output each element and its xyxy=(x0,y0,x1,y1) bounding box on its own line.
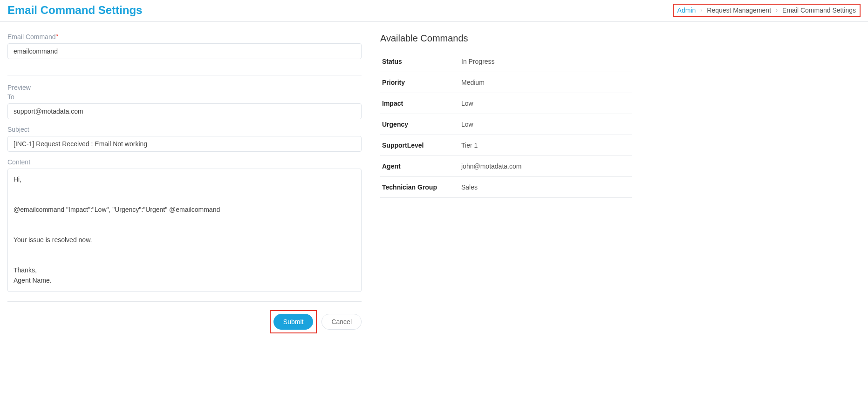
command-key: SupportLevel xyxy=(380,135,459,156)
form-column: Email Command* Preview To support@motada… xyxy=(7,33,362,333)
subject-label: Subject xyxy=(7,126,362,133)
command-row: PriorityMedium xyxy=(380,72,632,93)
available-commands-title: Available Commands xyxy=(380,33,632,44)
submit-highlight-box: Submit xyxy=(270,310,317,333)
to-value: support@motadata.com xyxy=(7,103,362,119)
divider xyxy=(7,75,362,75)
submit-button[interactable]: Submit xyxy=(273,314,314,330)
preview-label: Preview xyxy=(7,84,362,91)
command-value: Medium xyxy=(459,72,632,93)
command-value: john@motadata.com xyxy=(459,156,632,177)
content-value: Hi, @emailcommand "Impact":"Low", "Urgen… xyxy=(7,169,362,292)
command-key: Priority xyxy=(380,72,459,93)
command-value: Low xyxy=(459,93,632,114)
to-label: To xyxy=(7,93,362,101)
breadcrumb-request-management: Request Management xyxy=(707,7,771,14)
command-row: SupportLevelTier 1 xyxy=(380,135,632,156)
command-key: Urgency xyxy=(380,114,459,135)
cancel-button[interactable]: Cancel xyxy=(321,314,362,330)
command-row: UrgencyLow xyxy=(380,114,632,135)
command-row: ImpactLow xyxy=(380,93,632,114)
header-bar: Email Command Settings Admin › Request M… xyxy=(0,0,868,22)
breadcrumb-admin[interactable]: Admin xyxy=(677,7,696,14)
command-row: Agentjohn@motadata.com xyxy=(380,156,632,177)
divider xyxy=(7,301,362,302)
content-label: Content xyxy=(7,158,362,166)
command-key: Technician Group xyxy=(380,177,459,198)
subject-value: [INC-1] Request Received : Email Not wor… xyxy=(7,136,362,152)
required-star-icon: * xyxy=(56,33,58,40)
page-title: Email Command Settings xyxy=(7,4,142,17)
email-command-label-text: Email Command xyxy=(7,33,55,41)
command-row: StatusIn Progress xyxy=(380,51,632,72)
email-command-label: Email Command* xyxy=(7,33,362,41)
command-key: Impact xyxy=(380,93,459,114)
button-row: Submit Cancel xyxy=(7,310,362,333)
command-key: Status xyxy=(380,51,459,72)
available-commands-column: Available Commands StatusIn ProgressPrio… xyxy=(380,33,632,333)
chevron-right-icon: › xyxy=(776,7,778,14)
breadcrumb-email-command-settings: Email Command Settings xyxy=(782,7,856,14)
command-value: Sales xyxy=(459,177,632,198)
command-value: Tier 1 xyxy=(459,135,632,156)
command-value: Low xyxy=(459,114,632,135)
command-row: Technician GroupSales xyxy=(380,177,632,198)
breadcrumb: Admin › Request Management › Email Comma… xyxy=(673,4,861,17)
available-commands-table: StatusIn ProgressPriorityMediumImpactLow… xyxy=(380,51,632,198)
email-command-input[interactable] xyxy=(7,43,362,59)
chevron-right-icon: › xyxy=(700,7,702,14)
command-key: Agent xyxy=(380,156,459,177)
command-value: In Progress xyxy=(459,51,632,72)
